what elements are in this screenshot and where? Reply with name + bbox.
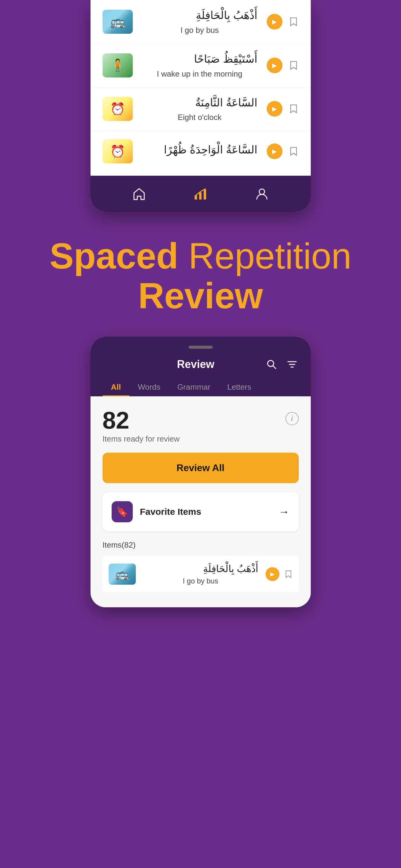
english-text-eight: Eight o'clock xyxy=(142,113,258,122)
notch-area xyxy=(103,346,299,349)
bottom-english-text-bus: I go by bus xyxy=(143,577,258,585)
review-count-row: 82 Items ready for review i xyxy=(103,408,299,444)
svg-rect-0 xyxy=(195,195,197,199)
arrow-right-icon[interactable]: → xyxy=(279,505,290,518)
svg-rect-1 xyxy=(199,192,202,199)
favorite-label: Favorite Items xyxy=(140,507,201,517)
nav-profile[interactable] xyxy=(254,186,269,201)
arabic-text-morning: أَسْتَيْقِظُ صَبَاحًا xyxy=(142,52,258,66)
vocab-list-top: 🚌 أَذْهَبُ بِالْحَافِلَةِ I go by bus 🧍 … xyxy=(90,0,311,176)
vocab-image-bus: 🚌 xyxy=(103,10,133,34)
vocab-item-bus: 🚌 أَذْهَبُ بِالْحَافِلَةِ I go by bus xyxy=(90,0,311,44)
tabs-row: All Words Grammar Letters xyxy=(103,378,299,396)
phone-title-row: Review xyxy=(103,355,299,378)
arabic-text-one: السَّاعَةُ الْوَاحِدَةُ ظُهْرًا xyxy=(142,143,258,157)
sound-button-one[interactable] xyxy=(267,144,282,159)
vocab-content-bus: أَذْهَبُ بِالْحَافِلَةِ I go by bus xyxy=(142,8,258,35)
vocab-actions-morning xyxy=(267,58,299,73)
bottom-vocab-image-bus: 🚌 xyxy=(109,564,136,585)
tab-grammar[interactable]: Grammar xyxy=(169,378,219,396)
review-content: 82 Items ready for review i Review All 🔖… xyxy=(90,396,311,607)
vocab-image-morning: 🧍 xyxy=(103,53,133,78)
vocab-actions-bus xyxy=(267,14,299,30)
sound-button-eight[interactable] xyxy=(267,101,282,117)
bookmark-button-bus[interactable] xyxy=(288,16,299,28)
english-text-bus: I go by bus xyxy=(142,26,258,35)
phone-header: Review All Wor xyxy=(90,337,311,396)
arabic-text-eight: السَّاعَةُ الثَّامِنَةُ xyxy=(142,96,258,110)
review-title: Review xyxy=(127,358,265,371)
vocab-item-morning: 🧍 أَسْتَيْقِظُ صَبَاحًا I wake up in the… xyxy=(90,44,311,87)
sound-button-morning[interactable] xyxy=(267,58,282,73)
vocab-content-one: السَّاعَةُ الْوَاحِدَةُ ظُهْرًا xyxy=(142,143,258,160)
vocab-actions-one xyxy=(267,144,299,159)
headline-line2: Review xyxy=(138,276,263,316)
tab-letters[interactable]: Letters xyxy=(219,378,260,396)
vocab-image-clock: ⏰ xyxy=(103,97,133,121)
bottom-vocab-actions-bus xyxy=(265,567,293,581)
bottom-bookmark-button-bus[interactable] xyxy=(284,569,293,579)
header-icons xyxy=(265,358,299,371)
bottom-phone: Review All Wor xyxy=(90,337,311,607)
nav-stats[interactable] xyxy=(193,186,208,201)
arabic-text-bus: أَذْهَبُ بِالْحَافِلَةِ xyxy=(142,8,258,23)
vocab-item-eight: ⏰ السَّاعَةُ الثَّامِنَةُ Eight o'clock xyxy=(90,87,311,131)
sound-button-bus[interactable] xyxy=(267,14,282,30)
review-count-section: 82 Items ready for review xyxy=(103,408,180,444)
vocab-content-morning: أَسْتَيْقِظُ صَبَاحًا I wake up in the m… xyxy=(142,52,258,79)
headline-section: Spaced Repetition Review xyxy=(31,212,370,337)
vocab-actions-eight xyxy=(267,101,299,117)
bottom-arabic-text-bus: أَذْهَبُ بِالْحَافِلَةِ xyxy=(143,563,258,575)
tab-words[interactable]: Words xyxy=(130,378,169,396)
bottom-vocab-content-bus: أَذْهَبُ بِالْحَافِلَةِ I go by bus xyxy=(143,563,258,585)
bottom-nav xyxy=(90,176,311,212)
headline-text: Spaced Repetition Review xyxy=(50,236,351,315)
bookmark-button-morning[interactable] xyxy=(288,59,299,71)
nav-home[interactable] xyxy=(132,186,147,201)
filter-button[interactable] xyxy=(285,358,299,371)
bookmark-button-one[interactable] xyxy=(288,145,299,157)
vocab-content-eight: السَّاعَةُ الثَّامِنَةُ Eight o'clock xyxy=(142,96,258,122)
svg-rect-2 xyxy=(204,189,206,199)
favorite-card-left: 🔖 Favorite Items xyxy=(112,501,201,522)
items-count-label: Items(82) xyxy=(103,540,299,550)
headline-bold: Spaced xyxy=(50,236,178,276)
top-phone: 🚌 أَذْهَبُ بِالْحَافِلَةِ I go by bus 🧍 … xyxy=(90,0,311,212)
bookmark-icon: 🔖 xyxy=(116,506,128,518)
english-text-morning: I wake up in the morning xyxy=(142,69,258,79)
svg-point-3 xyxy=(259,189,265,194)
review-all-button[interactable]: Review All xyxy=(103,453,299,483)
svg-line-5 xyxy=(273,366,276,369)
review-count-label: Items ready for review xyxy=(103,434,180,444)
tab-all[interactable]: All xyxy=(103,378,130,396)
vocab-item-one: ⏰ السَّاعَةُ الْوَاحِدَةُ ظُهْرًا xyxy=(90,131,311,176)
favorite-icon-wrap: 🔖 xyxy=(112,501,133,522)
bottom-vocab-item-bus: 🚌 أَذْهَبُ بِالْحَافِلَةِ I go by bus xyxy=(103,556,299,593)
favorite-items-card[interactable]: 🔖 Favorite Items → xyxy=(103,492,299,531)
vocab-image-one: ⏰ xyxy=(103,139,133,163)
search-button[interactable] xyxy=(265,358,278,371)
bookmark-button-eight[interactable] xyxy=(288,103,299,115)
bottom-sound-button-bus[interactable] xyxy=(265,567,279,581)
review-count: 82 xyxy=(103,408,180,433)
headline-rest: Repetition xyxy=(178,236,351,276)
info-button[interactable]: i xyxy=(285,412,299,425)
notch xyxy=(189,346,213,349)
